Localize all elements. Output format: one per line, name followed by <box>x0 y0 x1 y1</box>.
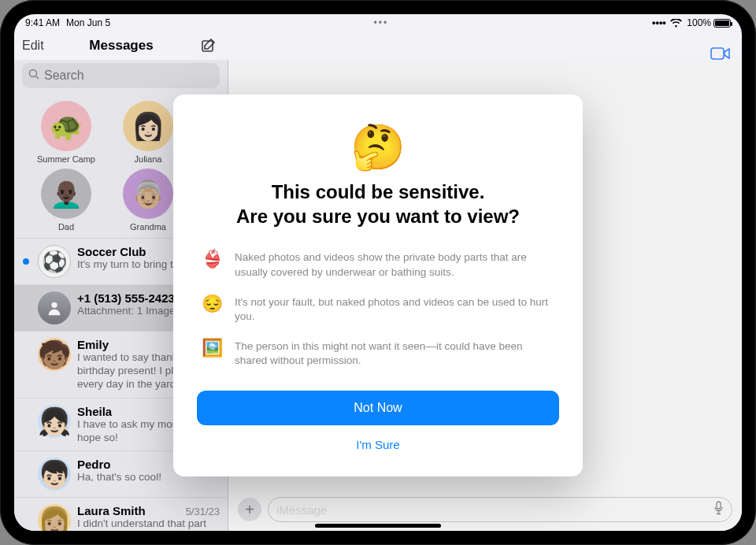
modal-bullet: 😔 It's not your fault, but naked photos … <box>202 295 554 324</box>
bullet-text: It's not your fault, but naked photos an… <box>235 295 554 324</box>
modal-bullet: 👙 Naked photos and videos show the priva… <box>202 250 554 279</box>
messages-title: Messages <box>14 38 228 54</box>
home-indicator[interactable] <box>315 524 441 528</box>
multitask-dots-icon[interactable]: ••• <box>374 17 389 28</box>
bullet-text: Naked photos and videos show the private… <box>235 250 554 279</box>
modal-bullets: 👙 Naked photos and videos show the priva… <box>197 250 559 368</box>
edit-button[interactable]: Edit <box>22 39 44 53</box>
status-date: Mon Jun 5 <box>66 17 110 28</box>
bullet-icon: 😔 <box>202 295 222 313</box>
ipad-frame: 9:41 AM Mon Jun 5 ••• ●●●● 100% Edit <box>0 0 756 545</box>
compose-icon[interactable] <box>200 37 217 54</box>
status-bar: 9:41 AM Mon Jun 5 ••• ●●●● 100% <box>14 14 742 32</box>
battery-pct: 100% <box>687 17 711 28</box>
cellular-icon: ●●●● <box>652 19 666 27</box>
im-sure-button[interactable]: I'm Sure <box>197 433 559 456</box>
bullet-icon: 🖼️ <box>202 339 222 357</box>
bullet-text: The person in this might not want it see… <box>235 339 554 368</box>
not-now-button[interactable]: Not Now <box>197 391 559 425</box>
modal-bullet: 🖼️ The person in this might not want it … <box>202 339 554 368</box>
screen: 9:41 AM Mon Jun 5 ••• ●●●● 100% Edit <box>14 14 742 531</box>
bullet-icon: 👙 <box>202 250 222 268</box>
wifi-icon <box>670 19 682 28</box>
thinking-face-icon: 🤔 <box>197 121 559 173</box>
svg-rect-1 <box>711 48 724 59</box>
sensitive-content-modal: 🤔 This could be sensitive. Are you sure … <box>173 95 583 476</box>
status-time: 9:41 AM <box>25 17 60 28</box>
battery-indicator: 100% <box>687 17 731 28</box>
nav-bar: Edit Messages <box>14 32 742 60</box>
modal-title: This could be sensitive. Are you sure yo… <box>197 180 559 228</box>
